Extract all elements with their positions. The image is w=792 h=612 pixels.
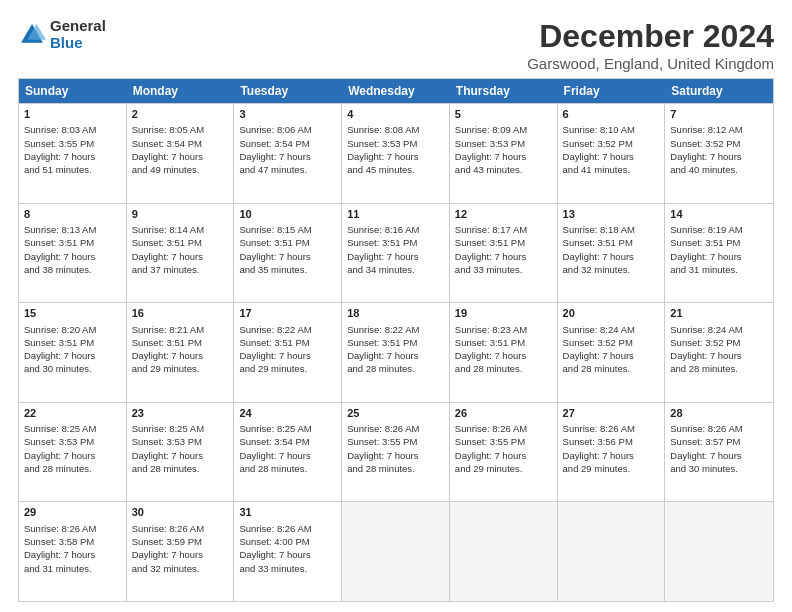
day-info-line: and 28 minutes. xyxy=(347,362,444,375)
day-cell-28: 28Sunrise: 8:26 AMSunset: 3:57 PMDayligh… xyxy=(665,403,773,502)
day-cell-17: 17Sunrise: 8:22 AMSunset: 3:51 PMDayligh… xyxy=(234,303,342,402)
day-info-line: Sunset: 3:59 PM xyxy=(132,535,229,548)
day-cell-24: 24Sunrise: 8:25 AMSunset: 3:54 PMDayligh… xyxy=(234,403,342,502)
day-number: 17 xyxy=(239,306,336,321)
day-info-line: Sunset: 3:52 PM xyxy=(563,336,660,349)
day-info-line: Daylight: 7 hours xyxy=(670,150,768,163)
day-info-line: Sunset: 3:51 PM xyxy=(455,336,552,349)
day-info-line: and 29 minutes. xyxy=(563,462,660,475)
day-number: 25 xyxy=(347,406,444,421)
day-info-line: Sunset: 3:51 PM xyxy=(347,336,444,349)
day-info-line: Daylight: 7 hours xyxy=(670,449,768,462)
day-info-line: Daylight: 7 hours xyxy=(132,150,229,163)
day-info-line: and 38 minutes. xyxy=(24,263,121,276)
day-info-line: Sunrise: 8:26 AM xyxy=(347,422,444,435)
day-info-line: Sunset: 3:51 PM xyxy=(347,236,444,249)
day-info-line: Daylight: 7 hours xyxy=(132,349,229,362)
day-info-line: Sunrise: 8:21 AM xyxy=(132,323,229,336)
calendar-row-3: 15Sunrise: 8:20 AMSunset: 3:51 PMDayligh… xyxy=(19,302,773,402)
day-info-line: and 28 minutes. xyxy=(24,462,121,475)
day-info-line: Sunset: 3:58 PM xyxy=(24,535,121,548)
day-number: 31 xyxy=(239,505,336,520)
day-cell-16: 16Sunrise: 8:21 AMSunset: 3:51 PMDayligh… xyxy=(127,303,235,402)
day-info-line: Sunset: 3:53 PM xyxy=(132,435,229,448)
day-info-line: Sunrise: 8:14 AM xyxy=(132,223,229,236)
day-number: 19 xyxy=(455,306,552,321)
day-info-line: Sunset: 3:52 PM xyxy=(563,137,660,150)
day-info-line: Sunset: 3:51 PM xyxy=(24,336,121,349)
day-info-line: and 35 minutes. xyxy=(239,263,336,276)
header-day-tuesday: Tuesday xyxy=(234,79,342,103)
day-info-line: and 49 minutes. xyxy=(132,163,229,176)
empty-cell xyxy=(450,502,558,601)
day-info-line: Daylight: 7 hours xyxy=(455,449,552,462)
day-info-line: and 28 minutes. xyxy=(670,362,768,375)
calendar-row-2: 8Sunrise: 8:13 AMSunset: 3:51 PMDaylight… xyxy=(19,203,773,303)
day-info-line: Sunrise: 8:22 AM xyxy=(239,323,336,336)
day-info-line: Daylight: 7 hours xyxy=(563,150,660,163)
day-info-line: and 33 minutes. xyxy=(239,562,336,575)
page: General Blue December 2024 Garswood, Eng… xyxy=(0,0,792,612)
header-day-monday: Monday xyxy=(127,79,235,103)
day-number: 20 xyxy=(563,306,660,321)
day-info-line: and 31 minutes. xyxy=(670,263,768,276)
day-cell-3: 3Sunrise: 8:06 AMSunset: 3:54 PMDaylight… xyxy=(234,104,342,203)
day-info-line: Sunset: 3:57 PM xyxy=(670,435,768,448)
calendar-header: SundayMondayTuesdayWednesdayThursdayFrid… xyxy=(19,79,773,103)
day-info-line: Sunset: 3:54 PM xyxy=(132,137,229,150)
calendar-body: 1Sunrise: 8:03 AMSunset: 3:55 PMDaylight… xyxy=(19,103,773,601)
day-info-line: Sunrise: 8:18 AM xyxy=(563,223,660,236)
day-info-line: Daylight: 7 hours xyxy=(563,250,660,263)
day-cell-31: 31Sunrise: 8:26 AMSunset: 4:00 PMDayligh… xyxy=(234,502,342,601)
day-info-line: Sunset: 4:00 PM xyxy=(239,535,336,548)
day-number: 8 xyxy=(24,207,121,222)
day-cell-10: 10Sunrise: 8:15 AMSunset: 3:51 PMDayligh… xyxy=(234,204,342,303)
day-cell-21: 21Sunrise: 8:24 AMSunset: 3:52 PMDayligh… xyxy=(665,303,773,402)
empty-cell xyxy=(558,502,666,601)
day-info-line: and 29 minutes. xyxy=(455,462,552,475)
day-cell-7: 7Sunrise: 8:12 AMSunset: 3:52 PMDaylight… xyxy=(665,104,773,203)
day-cell-2: 2Sunrise: 8:05 AMSunset: 3:54 PMDaylight… xyxy=(127,104,235,203)
day-info-line: Sunrise: 8:13 AM xyxy=(24,223,121,236)
day-cell-30: 30Sunrise: 8:26 AMSunset: 3:59 PMDayligh… xyxy=(127,502,235,601)
day-number: 30 xyxy=(132,505,229,520)
day-info-line: Sunrise: 8:22 AM xyxy=(347,323,444,336)
day-info-line: and 32 minutes. xyxy=(563,263,660,276)
day-info-line: Sunset: 3:52 PM xyxy=(670,137,768,150)
day-info-line: and 30 minutes. xyxy=(24,362,121,375)
day-cell-9: 9Sunrise: 8:14 AMSunset: 3:51 PMDaylight… xyxy=(127,204,235,303)
empty-cell xyxy=(342,502,450,601)
day-info-line: Daylight: 7 hours xyxy=(24,449,121,462)
day-info-line: and 30 minutes. xyxy=(670,462,768,475)
day-cell-15: 15Sunrise: 8:20 AMSunset: 3:51 PMDayligh… xyxy=(19,303,127,402)
day-number: 23 xyxy=(132,406,229,421)
logo-general-text: General xyxy=(50,18,106,35)
day-number: 29 xyxy=(24,505,121,520)
main-title: December 2024 xyxy=(527,18,774,55)
day-info-line: Daylight: 7 hours xyxy=(563,449,660,462)
day-cell-6: 6Sunrise: 8:10 AMSunset: 3:52 PMDaylight… xyxy=(558,104,666,203)
day-info-line: and 28 minutes. xyxy=(239,462,336,475)
day-info-line: Sunset: 3:55 PM xyxy=(455,435,552,448)
day-info-line: Sunset: 3:51 PM xyxy=(239,336,336,349)
calendar-row-4: 22Sunrise: 8:25 AMSunset: 3:53 PMDayligh… xyxy=(19,402,773,502)
header-day-friday: Friday xyxy=(558,79,666,103)
day-info-line: Daylight: 7 hours xyxy=(670,250,768,263)
logo: General Blue xyxy=(18,18,106,51)
day-number: 14 xyxy=(670,207,768,222)
day-info-line: and 29 minutes. xyxy=(132,362,229,375)
day-info-line: Sunset: 3:54 PM xyxy=(239,435,336,448)
day-number: 16 xyxy=(132,306,229,321)
day-cell-14: 14Sunrise: 8:19 AMSunset: 3:51 PMDayligh… xyxy=(665,204,773,303)
day-info-line: and 33 minutes. xyxy=(455,263,552,276)
day-info-line: and 43 minutes. xyxy=(455,163,552,176)
day-info-line: Sunrise: 8:16 AM xyxy=(347,223,444,236)
calendar-row-5: 29Sunrise: 8:26 AMSunset: 3:58 PMDayligh… xyxy=(19,501,773,601)
day-info-line: Sunrise: 8:26 AM xyxy=(670,422,768,435)
day-info-line: Sunrise: 8:25 AM xyxy=(132,422,229,435)
day-info-line: Sunset: 3:51 PM xyxy=(455,236,552,249)
day-info-line: and 34 minutes. xyxy=(347,263,444,276)
day-cell-11: 11Sunrise: 8:16 AMSunset: 3:51 PMDayligh… xyxy=(342,204,450,303)
calendar: SundayMondayTuesdayWednesdayThursdayFrid… xyxy=(18,78,774,602)
day-info-line: and 28 minutes. xyxy=(455,362,552,375)
